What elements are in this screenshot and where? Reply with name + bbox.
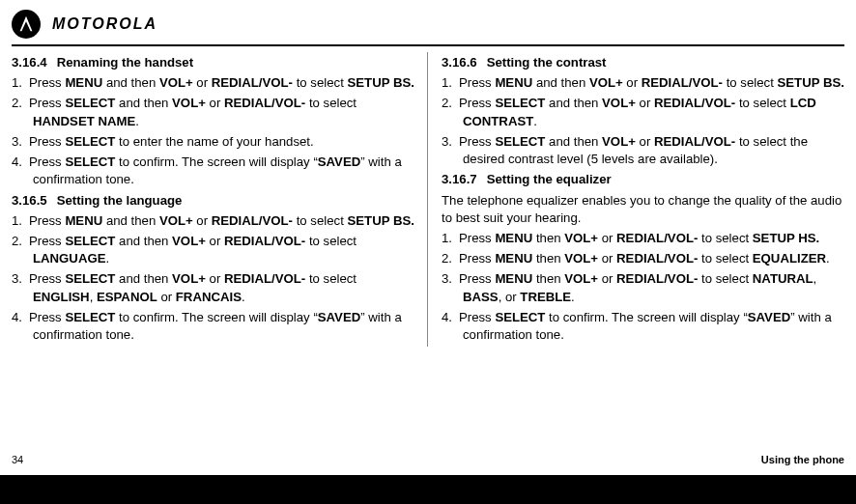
brand-name: MOTOROLA [52,15,157,33]
list-item: Press SELECT and then VOL+ or REDIAL/VOL… [12,95,417,129]
section-heading-text: Renaming the handset [57,55,193,70]
list-item: Press MENU then VOL+ or REDIAL/VOL- to s… [442,270,844,305]
motorola-logo-icon [12,10,41,39]
list-item: Press SELECT to confirm. The screen will… [12,309,417,344]
right-column: 3.16.6Setting the contrast Press MENU an… [428,52,844,347]
section-3-16-7-title: 3.16.7Setting the equalizer [442,171,844,188]
list-item: Press SELECT to confirm. The screen will… [442,309,844,344]
section-number: 3.16.4 [12,55,47,70]
section-3-16-5-steps: Press MENU and then VOL+ or REDIAL/VOL- … [12,212,417,345]
section-3-16-7-steps: Press MENU then VOL+ or REDIAL/VOL- to s… [442,230,844,344]
list-item: Press SELECT and then VOL+ or REDIAL/VOL… [442,133,844,168]
list-item: Press MENU then VOL+ or REDIAL/VOL- to s… [442,230,844,247]
list-item: Press MENU then VOL+ or REDIAL/VOL- to s… [442,250,844,267]
section-number: 3.16.7 [442,172,477,186]
list-item: Press MENU and then VOL+ or REDIAL/VOL- … [12,74,417,92]
header-divider [12,44,844,46]
section-number: 3.16.6 [442,55,477,70]
list-item: Press SELECT and then VOL+ or REDIAL/VOL… [442,95,844,129]
list-item: Press MENU and then VOL+ or REDIAL/VOL- … [12,212,417,230]
list-item: Press MENU and then VOL+ or REDIAL/VOL- … [442,74,844,92]
section-heading-text: Setting the contrast [487,55,607,70]
list-item: Press SELECT to enter the name of your h… [12,133,417,151]
section-3-16-6-title: 3.16.6Setting the contrast [442,54,844,71]
list-item: Press SELECT to confirm. The screen will… [12,154,417,188]
page-footer: 34 Using the phone [12,454,844,465]
section-3-16-7-intro: The telephone equalizer enables you to c… [442,192,844,227]
list-item: Press SELECT and then VOL+ or REDIAL/VOL… [12,233,417,267]
list-item: Press SELECT and then VOL+ or REDIAL/VOL… [12,270,417,305]
footer-section-label: Using the phone [761,454,844,465]
manual-page: MOTOROLA 3.16.4Renaming the handset Pres… [0,0,856,475]
section-number: 3.16.5 [12,193,47,208]
section-heading-text: Setting the equalizer [487,172,612,186]
section-heading-text: Setting the language [57,193,183,208]
section-3-16-5-title: 3.16.5Setting the language [12,192,417,210]
section-3-16-6-steps: Press MENU and then VOL+ or REDIAL/VOL- … [442,74,844,168]
content-columns: 3.16.4Renaming the handset Press MENU an… [12,52,844,347]
page-number: 34 [12,454,23,465]
section-3-16-4-title: 3.16.4Renaming the handset [12,54,417,71]
batwing-icon [15,14,37,35]
left-column: 3.16.4Renaming the handset Press MENU an… [12,52,428,347]
section-3-16-4-steps: Press MENU and then VOL+ or REDIAL/VOL- … [12,74,417,188]
page-header: MOTOROLA [12,0,844,42]
